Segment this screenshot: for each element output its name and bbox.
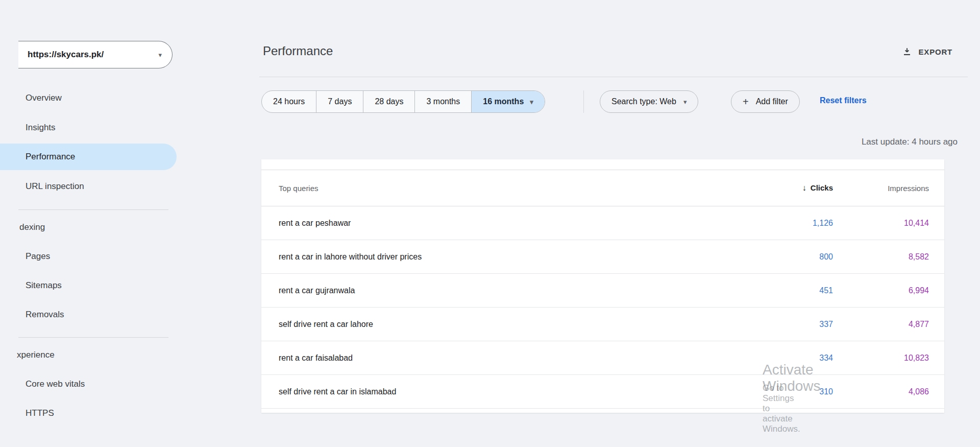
sidebar-item-label: Removals — [26, 310, 64, 320]
chevron-down-icon: ▾ — [530, 99, 533, 105]
export-button[interactable]: EXPORT — [902, 47, 952, 56]
impressions-cell: 10,414 — [833, 219, 944, 228]
card-top-strip — [261, 159, 944, 170]
date-range-label: 16 months — [483, 97, 524, 106]
query-cell[interactable]: self drive rent a car in islamabad — [261, 387, 721, 396]
sidebar-item-label: Insights — [26, 123, 56, 133]
query-cell[interactable]: rent a car in lahore without driver pric… — [261, 252, 721, 262]
sidebar-item-label: Core web vitals — [26, 379, 85, 389]
reset-filters-link[interactable]: Reset filters — [820, 96, 867, 105]
property-selector[interactable]: https://skycars.pk/ ▾ — [18, 41, 173, 68]
date-range-7-days[interactable]: 7 days — [316, 91, 363, 112]
sidebar-divider — [18, 209, 168, 210]
plus-icon: + — [743, 96, 749, 108]
page-title: Performance — [263, 44, 333, 58]
sort-descending-icon: ↓ — [802, 183, 806, 192]
clicks-cell: 334 — [721, 354, 833, 363]
query-cell[interactable]: self drive rent a car lahore — [261, 320, 721, 329]
table-row[interactable]: self drive rent a car in islamabad 310 4… — [261, 375, 944, 409]
property-url: https://skycars.pk/ — [28, 50, 158, 60]
table-row[interactable]: rent a car gujranwala 451 6,994 — [261, 274, 944, 308]
sidebar-item-label: HTTPS — [26, 408, 54, 418]
column-header-clicks[interactable]: ↓Clicks — [721, 183, 833, 193]
sidebar-divider — [18, 337, 168, 338]
sidebar-section-experience[interactable]: xperience — [17, 350, 55, 360]
date-range-16-months[interactable]: 16 months ▾ — [471, 91, 545, 112]
query-cell[interactable]: rent a car peshawar — [261, 219, 721, 228]
clicks-cell: 451 — [721, 286, 833, 295]
date-range-group: 24 hours 7 days 28 days 3 months 16 mont… — [261, 90, 545, 113]
add-filter-label: Add filter — [756, 97, 788, 106]
export-label: EXPORT — [919, 48, 952, 56]
impressions-cell: 6,994 — [833, 286, 944, 295]
clicks-cell: 800 — [721, 252, 833, 262]
sidebar-item-removals[interactable]: Removals — [0, 301, 177, 328]
date-range-24-hours[interactable]: 24 hours — [262, 91, 316, 112]
sidebar-item-url-inspection[interactable]: URL inspection — [0, 173, 177, 200]
clicks-header-label: Clicks — [811, 183, 833, 192]
sidebar-item-label: Pages — [26, 251, 50, 262]
sidebar-item-label: Sitemaps — [26, 280, 62, 291]
add-filter-button[interactable]: + Add filter — [731, 90, 800, 113]
table-row[interactable]: rent a car peshawar 1,126 10,414 — [261, 206, 944, 240]
query-cell[interactable]: rent a car gujranwala — [261, 286, 721, 295]
impressions-cell: 8,582 — [833, 252, 944, 262]
sidebar-item-core-web-vitals[interactable]: Core web vitals — [0, 371, 177, 397]
table-header-row: Top queries ↓Clicks Impressions — [261, 170, 944, 206]
search-type-filter[interactable]: Search type: Web ▾ — [600, 90, 698, 113]
sidebar-item-performance[interactable]: Performance — [0, 144, 177, 170]
download-icon — [902, 47, 912, 56]
sidebar-item-label: Performance — [26, 152, 75, 162]
sidebar-item-insights[interactable]: Insights — [0, 114, 177, 141]
table-row[interactable]: self drive rent a car lahore 337 4,877 — [261, 308, 944, 341]
clicks-cell: 337 — [721, 320, 833, 329]
sidebar-item-label: URL inspection — [26, 181, 84, 192]
table-row[interactable]: rent a car in lahore without driver pric… — [261, 240, 944, 274]
date-range-3-months[interactable]: 3 months — [414, 91, 471, 112]
sidebar-item-https[interactable]: HTTPS — [0, 400, 177, 427]
column-header-impressions[interactable]: Impressions — [833, 184, 944, 193]
filter-separator — [583, 90, 584, 113]
search-type-label: Search type: Web — [611, 97, 676, 106]
sidebar-item-pages[interactable]: Pages — [0, 243, 177, 270]
table-row[interactable]: rent a car faisalabad 334 10,823 — [261, 341, 944, 375]
header-divider — [259, 77, 968, 77]
column-header-top-queries: Top queries — [261, 184, 721, 193]
sidebar-item-overview[interactable]: Overview — [0, 85, 177, 111]
impressions-cell: 10,823 — [833, 354, 944, 363]
impressions-cell: 4,086 — [833, 387, 944, 396]
sidebar-item-label: Overview — [26, 93, 62, 103]
clicks-cell: 310 — [721, 387, 833, 396]
last-update-text: Last update: 4 hours ago — [862, 137, 958, 147]
impressions-cell: 4,877 — [833, 320, 944, 329]
query-cell[interactable]: rent a car faisalabad — [261, 354, 721, 363]
chevron-down-icon: ▾ — [683, 99, 687, 105]
top-queries-card: Top queries ↓Clicks Impressions rent a c… — [261, 159, 944, 413]
sidebar-section-indexing[interactable]: dexing — [19, 222, 45, 232]
chevron-down-icon: ▾ — [158, 52, 162, 58]
sidebar-item-sitemaps[interactable]: Sitemaps — [0, 272, 177, 299]
clicks-cell: 1,126 — [721, 219, 833, 228]
date-range-28-days[interactable]: 28 days — [363, 91, 414, 112]
